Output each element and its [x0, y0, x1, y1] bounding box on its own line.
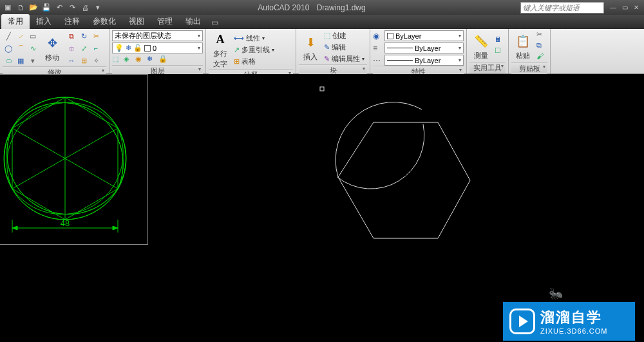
layer-lock-icon[interactable]: 🔒 — [158, 55, 169, 65]
maximize-icon[interactable]: ▭ — [620, 3, 630, 13]
color-combo[interactable]: ByLayer — [384, 30, 464, 41]
match-icon[interactable]: 🖌 — [536, 52, 547, 62]
qat-dropdown-icon[interactable]: ▾ — [93, 3, 103, 13]
layer-state-combo[interactable]: 未保存的图层状态 — [112, 30, 203, 41]
layer-state-text: 未保存的图层状态 — [115, 31, 171, 41]
copy-icon[interactable]: ⧉ — [66, 30, 77, 42]
fillet-icon[interactable]: ⌐ — [90, 43, 102, 54]
lweight-icon[interactable]: ≡ — [373, 44, 383, 53]
layer-prop-icon[interactable]: ⬚ — [112, 55, 122, 65]
layer-tools: ⬚ ◈ ◉ ❅ 🔒 — [112, 55, 203, 65]
watermark-main: 溜溜自学 — [540, 308, 607, 327]
paste-label: 粘贴 — [516, 51, 530, 61]
table-icon: ⊞ — [234, 57, 240, 66]
app-menu-icon[interactable]: ▣ — [3, 3, 13, 13]
select-icon[interactable]: ☐ — [495, 46, 505, 57]
titlebar: ▣ 🗋 📂 💾 ↶ ↷ 🖨 ▾ AutoCAD 2010 Drawing1.dw… — [0, 0, 644, 15]
main-drawing — [200, 74, 586, 332]
lineweight-combo[interactable]: ByLayer — [384, 43, 464, 53]
mtext-button[interactable]: A 多行 文字 — [209, 30, 232, 69]
reference-image: 48 — [0, 74, 148, 245]
rotate-icon[interactable]: ↻ — [78, 30, 90, 42]
tab-output[interactable]: 输出 — [179, 14, 207, 29]
line-icon[interactable]: ╱ — [3, 30, 14, 42]
stretch-icon[interactable]: ↔ — [66, 55, 77, 66]
edit-icon: ✎ — [324, 43, 330, 52]
ltype-icon[interactable]: ⋯ — [373, 56, 383, 65]
move-icon: ✥ — [43, 34, 61, 52]
tab-manage[interactable]: 管理 — [151, 14, 179, 29]
util-stack: 🖩 ☐ — [495, 35, 505, 57]
layer-name: 0 — [153, 44, 156, 52]
array-icon[interactable]: ⊞ — [78, 55, 90, 66]
insert-button[interactable]: ⬇ 插入 — [299, 33, 322, 62]
freeze-icon: ❄ — [126, 44, 131, 52]
explode-icon[interactable]: ✧ — [90, 55, 102, 66]
panel-clipboard: 📋 粘贴 ✂ ⧉ 🖌 剪贴板 — [509, 29, 551, 73]
linetype-combo[interactable]: ByLayer — [384, 55, 464, 66]
hatch-icon[interactable]: ▦ — [15, 55, 26, 66]
layer-iso-icon[interactable]: ◈ — [124, 55, 134, 65]
drawing-canvas[interactable]: 48 🐜 溜溜自学 ZIXUE.3D66.COM — [0, 74, 644, 342]
panel-util-label[interactable]: 实用工具 — [469, 62, 506, 73]
create-block-button[interactable]: ⬚创建 — [324, 30, 365, 41]
move-button[interactable]: ✥ 移动 — [41, 34, 64, 62]
lock-icon: 🔓 — [133, 44, 142, 52]
panel-layer: 未保存的图层状态 💡 ❄ 🔓 0 ⬚ ◈ ◉ ❅ 🔒 图层 — [109, 29, 206, 73]
mtext-label1: 多行 — [213, 49, 227, 59]
polyline-icon[interactable]: ⟋ — [15, 30, 26, 42]
close-icon[interactable]: ✕ — [631, 3, 641, 13]
mirror-icon[interactable]: ⎅ — [66, 43, 77, 54]
undo-icon[interactable]: ↶ — [54, 3, 64, 13]
watermark-sub: ZIXUE.3D66.COM — [540, 327, 607, 335]
window-controls: — ▭ ✕ — [608, 3, 641, 13]
table-button[interactable]: ⊞表格 — [234, 56, 274, 67]
rect-icon[interactable]: ▭ — [27, 30, 39, 42]
svg-marker-7 — [12, 226, 17, 230]
panel-properties: ◉ ByLayer ≡ ByLayer ⋯ ByLayer — [370, 29, 467, 73]
panel-annotate: A 多行 文字 ⟷线性▾ ↗多重引线▾ ⊞表格 注释 — [206, 29, 296, 73]
insert-label: 插入 — [303, 52, 317, 62]
cut-icon[interactable]: ✂ — [536, 30, 547, 41]
edit-attr-button[interactable]: ✎编辑属性▾ — [324, 53, 365, 64]
spline-icon[interactable]: ∿ — [27, 43, 39, 54]
redo-icon[interactable]: ↷ — [67, 3, 77, 13]
layer-color-swatch — [144, 45, 151, 52]
search-input[interactable] — [523, 4, 601, 12]
ellipse-icon[interactable]: ⬭ — [3, 55, 14, 66]
tab-annotate[interactable]: 注释 — [58, 14, 86, 29]
leader-button[interactable]: ↗多重引线▾ — [234, 44, 274, 55]
save-icon[interactable]: 💾 — [41, 3, 52, 13]
linear-icon: ⟷ — [234, 34, 244, 43]
scale-icon[interactable]: ⤢ — [78, 43, 90, 54]
svg-marker-10 — [338, 122, 470, 238]
circle-icon[interactable]: ◯ — [3, 43, 14, 54]
tab-param[interactable]: 参数化 — [86, 14, 122, 29]
layer-combo[interactable]: 💡 ❄ 🔓 0 — [112, 43, 203, 53]
open-icon[interactable]: 📂 — [28, 3, 39, 13]
paste-button[interactable]: 📋 粘贴 — [511, 32, 535, 61]
arc-icon[interactable]: ⌒ — [15, 43, 26, 54]
edit-block-button[interactable]: ✎编辑 — [324, 42, 365, 53]
more-icon[interactable]: ▾ — [27, 55, 39, 66]
layer-freeze-icon[interactable]: ❅ — [147, 55, 157, 65]
tab-view[interactable]: 视图 — [122, 14, 151, 29]
tab-home[interactable]: 常用 — [1, 14, 30, 29]
panel-clip-label[interactable]: 剪贴板 — [511, 62, 547, 74]
minimize-icon[interactable]: — — [608, 3, 618, 13]
tab-insert[interactable]: 插入 — [30, 14, 58, 29]
help-search[interactable] — [520, 2, 604, 14]
svg-marker-8 — [113, 226, 118, 230]
new-icon[interactable]: 🗋 — [15, 3, 26, 13]
measure-button[interactable]: 📏 测量 — [469, 32, 493, 61]
color-icon[interactable]: ◉ — [373, 32, 383, 41]
calc-icon[interactable]: 🖩 — [495, 35, 505, 46]
print-icon[interactable]: 🖨 — [80, 3, 90, 13]
measure-label: 测量 — [474, 51, 488, 61]
copy-clip-icon[interactable]: ⧉ — [536, 41, 547, 52]
mtext-icon: A — [211, 30, 229, 48]
linear-dim-button[interactable]: ⟷线性▾ — [234, 33, 274, 44]
tab-extra-icon[interactable]: ▭ — [207, 16, 222, 29]
trim-icon[interactable]: ✂ — [90, 30, 102, 42]
layer-off-icon[interactable]: ◉ — [135, 55, 146, 65]
